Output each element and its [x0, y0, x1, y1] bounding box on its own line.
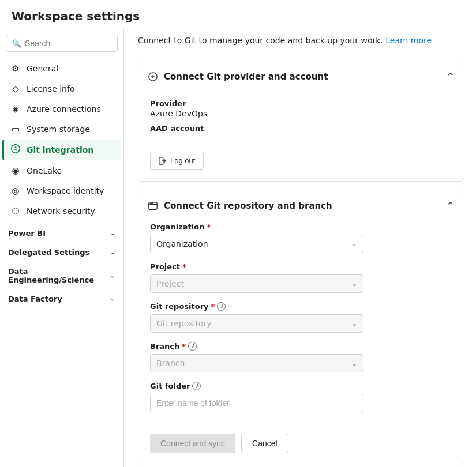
chevron-down-icon: ⌄: [352, 320, 357, 327]
connect-sync-button[interactable]: Connect and sync: [150, 434, 235, 453]
organization-select[interactable]: Organization ⌄: [150, 235, 363, 253]
search-box[interactable]: 🔍: [6, 35, 118, 52]
sidebar-section-data-factory[interactable]: Data Factory ⌄: [0, 289, 123, 306]
sidebar-item-label: System storage: [27, 125, 90, 134]
license-icon: ◇: [10, 84, 21, 94]
chevron-down-icon: ⌄: [352, 280, 357, 288]
content-header: Connect to Git to manage your code and b…: [138, 28, 464, 52]
required-mark: *: [182, 342, 186, 351]
branch-select[interactable]: Branch ⌄: [150, 354, 363, 372]
branch-info-icon[interactable]: i: [188, 342, 197, 351]
sidebar-section-delegated-settings[interactable]: Delegated Settings ⌄: [0, 242, 123, 259]
card1-title: Connect Git provider and account: [164, 71, 328, 82]
card1-divider: [150, 142, 452, 142]
sidebar-item-label: Git integration: [27, 145, 93, 155]
svg-point-3: [151, 202, 152, 204]
chevron-down-icon: ⌄: [110, 229, 115, 237]
git-repo-field-group: Git repository * i Git repository ⌄: [150, 302, 452, 333]
app-layout: Workspace settings 🔍 ⚙ General ◇ License…: [0, 0, 476, 467]
git-repo-label: Git repository * i: [150, 302, 452, 311]
project-field-group: Project * Project ⌄: [150, 262, 452, 293]
chevron-down-icon: ⌄: [352, 240, 357, 248]
logout-icon: [159, 157, 167, 165]
sidebar-item-workspace-identity[interactable]: ◎ Workspace identity: [2, 181, 121, 201]
git-repo-info-icon[interactable]: i: [217, 302, 226, 311]
collapse-icon: ⌃: [446, 70, 455, 82]
git-folder-label: Git folder i: [150, 382, 452, 390]
sidebar-item-system-storage[interactable]: ▭ System storage: [2, 119, 121, 139]
project-placeholder: Project: [156, 279, 184, 288]
section-label: Data Factory: [8, 295, 62, 303]
sidebar-item-label: Azure connections: [27, 104, 101, 114]
search-input[interactable]: [25, 39, 111, 48]
network-icon: ⬡: [10, 206, 21, 216]
chevron-down-icon: ⌄: [110, 272, 115, 280]
branch-field-group: Branch * i Branch ⌄: [150, 342, 452, 372]
required-mark: *: [207, 223, 211, 231]
page-title: Workspace settings: [0, 0, 476, 28]
git-repo-placeholder: Git repository: [156, 319, 211, 328]
git-folder-info-icon[interactable]: i: [192, 382, 201, 390]
onelake-icon: ◉: [10, 165, 21, 176]
svg-point-4: [152, 202, 153, 204]
sidebar-item-label: OneLake: [27, 166, 62, 175]
organization-label: Organization *: [150, 223, 452, 231]
project-select[interactable]: Project ⌄: [150, 274, 363, 293]
project-label: Project *: [150, 262, 452, 271]
logout-label: Log out: [170, 156, 195, 165]
header-text: Connect to Git to manage your code and b…: [138, 36, 383, 45]
sidebar-item-license-info[interactable]: ◇ License info: [2, 79, 121, 99]
sidebar-item-git-integration[interactable]: Git integration: [2, 140, 121, 160]
collapse-icon2: ⌃: [446, 199, 455, 212]
git-provider-card-header[interactable]: Connect Git provider and account ⌃: [138, 62, 464, 91]
card2-title: Connect Git repository and branch: [164, 201, 332, 211]
chevron-down-icon: ⌄: [110, 295, 115, 303]
main-content: Connect to Git to manage your code and b…: [124, 28, 476, 467]
sidebar-item-network-security[interactable]: ⬡ Network security: [2, 201, 121, 221]
sidebar-section-power-bi[interactable]: Power BI ⌄: [0, 223, 123, 240]
required-mark: *: [182, 262, 186, 271]
section-label: Data Engineering/Science: [8, 267, 110, 284]
sidebar-item-label: Network security: [27, 206, 95, 216]
sidebar-section-data-engineering[interactable]: Data Engineering/Science ⌄: [0, 261, 123, 287]
required-mark: *: [211, 302, 215, 311]
git-repo-card-header[interactable]: Connect Git repository and branch ⌃: [138, 191, 464, 220]
sidebar-item-label: General: [27, 64, 58, 73]
section-label: Delegated Settings: [8, 248, 89, 257]
chevron-down-icon: ⌄: [352, 360, 357, 367]
git-folder-input[interactable]: [150, 394, 363, 412]
logout-button[interactable]: Log out: [150, 152, 204, 170]
chevron-down-icon: ⌄: [110, 248, 115, 256]
sidebar-item-label: Workspace identity: [27, 186, 104, 195]
git-icon: [10, 144, 21, 156]
sidebar-item-label: License info: [27, 84, 75, 93]
card-header-left2: Connect Git repository and branch: [148, 201, 332, 211]
storage-icon: ▭: [10, 124, 21, 134]
sidebar: 🔍 ⚙ General ◇ License info ◈ Azure conne…: [0, 28, 124, 467]
organization-field-group: Organization * Organization ⌄: [150, 223, 452, 253]
form-actions: Connect and sync Cancel: [150, 424, 452, 453]
branch-placeholder: Branch: [156, 359, 185, 368]
card2-body: Organization * Organization ⌄ Project *: [138, 220, 464, 465]
git-repo-icon: [148, 201, 158, 211]
card1-body: Provider Azure DevOps AAD account Log ou…: [138, 91, 464, 181]
sidebar-item-general[interactable]: ⚙ General: [2, 59, 121, 78]
aad-label: AAD account: [150, 124, 452, 133]
provider-value: Azure DevOps: [150, 109, 452, 118]
learn-more-link[interactable]: Learn more: [385, 36, 432, 45]
sidebar-item-azure-connections[interactable]: ◈ Azure connections: [2, 99, 121, 119]
git-folder-field-group: Git folder i: [150, 382, 452, 412]
sidebar-item-onelake[interactable]: ◉ OneLake: [2, 161, 121, 180]
cancel-button[interactable]: Cancel: [241, 434, 288, 453]
main-area: 🔍 ⚙ General ◇ License info ◈ Azure conne…: [0, 28, 476, 467]
organization-value: Organization: [156, 239, 208, 248]
card-header-left: Connect Git provider and account: [148, 71, 328, 82]
provider-label: Provider: [150, 99, 452, 108]
workspace-icon: ◎: [10, 186, 21, 196]
git-repo-select[interactable]: Git repository ⌄: [150, 314, 363, 333]
section-label: Power BI: [8, 229, 46, 238]
git-provider-icon: [148, 71, 158, 82]
git-repo-card: Connect Git repository and branch ⌃ Orga…: [138, 191, 464, 465]
azure-icon: ◈: [10, 104, 21, 114]
general-icon: ⚙: [10, 63, 21, 74]
